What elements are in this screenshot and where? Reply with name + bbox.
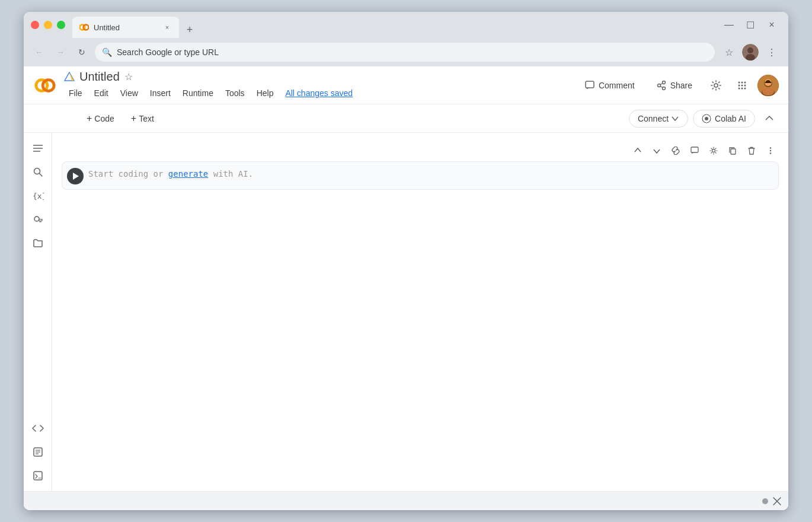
favorite-button[interactable]: ☆	[124, 71, 133, 82]
comment-cell-icon	[690, 147, 699, 155]
minimize-icon: —	[724, 20, 734, 30]
close-panel-icon	[773, 497, 781, 505]
runtime-menu[interactable]: Runtime	[178, 86, 218, 100]
settings-cell-icon	[709, 147, 718, 155]
new-tab-button[interactable]: +	[181, 21, 198, 38]
comment-button[interactable]: Comment	[576, 77, 643, 94]
browser-tab[interactable]: Untitled ×	[72, 17, 179, 38]
colab-ai-button[interactable]: Colab AI	[693, 110, 755, 128]
sidebar-variables-button[interactable]: {x}	[27, 185, 49, 206]
svg-point-51	[770, 150, 771, 151]
comment-icon	[584, 80, 595, 91]
tab-close-button[interactable]: ×	[162, 23, 172, 32]
profile-avatar[interactable]	[757, 75, 779, 96]
link-button[interactable]	[667, 142, 684, 159]
sidebar-secrets-button[interactable]	[27, 209, 49, 230]
close-window-button[interactable]: ×	[762, 15, 781, 34]
title-bar: Untitled × + — ☐ ×	[24, 12, 788, 38]
window-maximize-button[interactable]	[57, 21, 65, 29]
svg-point-25	[741, 87, 743, 89]
window-close-button[interactable]	[31, 21, 39, 29]
svg-point-22	[741, 84, 743, 86]
colab-logo	[33, 74, 57, 97]
terminal-icon	[33, 470, 43, 481]
edit-menu[interactable]: Edit	[89, 86, 113, 100]
close-panel-button[interactable]	[773, 497, 781, 505]
generate-link[interactable]: generate	[168, 169, 208, 179]
colab-menu: File Edit View Insert Runtime Tools Help…	[64, 86, 353, 100]
colab-title-area: Untitled ☆ File Edit View Insert Runtime…	[64, 70, 353, 100]
run-cell-button[interactable]	[67, 168, 84, 184]
notebook-area[interactable]: Start coding or generate with AI.	[52, 133, 788, 491]
settings-button[interactable]	[705, 75, 727, 96]
url-text: Search Google or type URL	[117, 47, 219, 57]
toolbar-right: Connect Colab AI	[629, 109, 779, 128]
svg-point-20	[744, 81, 746, 83]
folder-icon	[33, 238, 43, 249]
more-cell-button[interactable]	[762, 142, 779, 159]
drive-icon	[64, 72, 75, 82]
share-button[interactable]: Share	[648, 77, 701, 94]
maximize-icon: ☐	[746, 20, 755, 31]
reload-button[interactable]: ↻	[73, 44, 90, 61]
chevron-down-icon	[671, 114, 679, 123]
collapse-icon	[765, 114, 774, 123]
more-icon: ⋮	[767, 47, 776, 58]
sidebar-code-button[interactable]	[27, 418, 49, 439]
code-cell[interactable]: Start coding or generate with AI.	[62, 161, 779, 190]
back-button[interactable]: ←	[31, 44, 47, 61]
copy-cell-button[interactable]	[724, 142, 741, 159]
menu-button[interactable]: ⋮	[762, 43, 781, 62]
help-menu[interactable]: Help	[252, 86, 279, 100]
cell-code-area[interactable]: Start coding or generate with AI.	[88, 167, 773, 181]
close-icon: ×	[769, 20, 774, 30]
tab-favicon	[79, 23, 89, 32]
comment-cell-button[interactable]	[686, 142, 703, 159]
delete-cell-button[interactable]	[743, 142, 760, 159]
file-menu[interactable]: File	[64, 86, 87, 100]
cell-settings-button[interactable]	[705, 142, 722, 159]
window-minimize-button[interactable]	[44, 21, 52, 29]
move-up-button[interactable]	[629, 142, 646, 159]
sidebar-files-button[interactable]	[27, 233, 49, 254]
profile-button[interactable]	[741, 43, 760, 62]
bookmark-button[interactable]: ☆	[720, 43, 739, 62]
star-icon: ☆	[725, 47, 733, 58]
sidebar-search-button[interactable]	[27, 161, 49, 183]
add-code-button[interactable]: + Code	[81, 111, 120, 126]
arrow-up-icon	[634, 147, 642, 155]
maximize-window-button[interactable]: ☐	[741, 15, 760, 34]
svg-point-3	[747, 47, 753, 53]
connect-button[interactable]: Connect	[629, 110, 688, 128]
sidebar-terminal-button[interactable]	[27, 465, 49, 486]
google-apps-button[interactable]	[731, 75, 753, 96]
key-icon	[33, 214, 43, 225]
colab-ai-label: Colab AI	[715, 114, 746, 123]
url-bar[interactable]: 🔍 Search Google or type URL	[95, 43, 715, 62]
toc-icon	[32, 144, 44, 153]
svg-point-18	[739, 81, 740, 83]
forward-icon: →	[56, 47, 65, 57]
svg-point-24	[739, 87, 740, 89]
comment-label: Comment	[599, 81, 635, 90]
browser-header-actions: ☆ ⋮	[720, 43, 781, 62]
insert-menu[interactable]: Insert	[145, 86, 175, 100]
sidebar-toc-button[interactable]	[27, 138, 49, 159]
svg-point-23	[744, 84, 746, 86]
forward-button[interactable]: →	[52, 44, 69, 61]
sidebar-snippets-button[interactable]	[27, 441, 49, 463]
minimize-window-button[interactable]: —	[720, 15, 739, 34]
browser-window: Untitled × + — ☐ × ← → ↻ 🔍	[24, 12, 788, 510]
svg-line-38	[39, 174, 42, 177]
add-text-button[interactable]: + Text	[125, 111, 160, 126]
svg-point-19	[741, 81, 743, 83]
tools-menu[interactable]: Tools	[220, 86, 250, 100]
colab-header-right: Comment Share	[576, 75, 779, 96]
view-menu[interactable]: View	[116, 86, 143, 100]
colab-title-row: Untitled ☆	[64, 70, 353, 84]
move-down-button[interactable]	[648, 142, 665, 159]
address-bar: ← → ↻ 🔍 Search Google or type URL ☆	[24, 38, 788, 66]
collapse-button[interactable]	[760, 109, 779, 128]
svg-point-26	[744, 87, 746, 89]
link-icon	[672, 147, 680, 155]
